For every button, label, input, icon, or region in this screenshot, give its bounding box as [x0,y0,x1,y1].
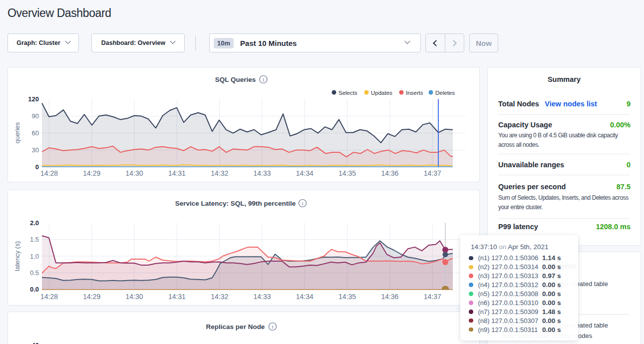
svg-text:i: i [302,200,303,206]
svg-text:14:37: 14:37 [424,169,441,177]
svg-text:14:28: 14:28 [40,293,58,301]
svg-text:14:33: 14:33 [253,169,271,177]
svg-text:Updates: Updates [371,90,392,96]
svg-text:90: 90 [32,112,39,120]
svg-text:Inserts: Inserts [406,90,423,96]
svg-text:SQL Queries: SQL Queries [215,76,256,83]
svg-text:1.5: 1.5 [30,236,39,243]
svg-text:14:35: 14:35 [338,293,356,301]
svg-text:Deletes: Deletes [435,90,455,96]
svg-text:latency (s): latency (s) [13,241,21,271]
svg-text:14:30: 14:30 [126,293,143,301]
svg-text:60: 60 [32,129,39,137]
svg-text:0.0: 0.0 [30,286,39,293]
svg-text:14:34: 14:34 [296,169,314,177]
svg-text:i: i [272,324,273,330]
svg-text:14:36: 14:36 [381,293,398,301]
svg-text:14:29: 14:29 [83,169,100,177]
svg-text:Selects: Selects [338,90,357,96]
svg-text:14:34: 14:34 [296,293,314,301]
svg-text:14:30: 14:30 [126,169,143,177]
svg-text:2.0: 2.0 [30,219,39,227]
svg-text:1.0: 1.0 [30,253,39,260]
svg-text:queries: queries [13,122,21,143]
svg-text:0.5: 0.5 [30,269,39,277]
svg-text:14:32: 14:32 [211,169,228,177]
svg-text:14:28: 14:28 [40,169,58,177]
svg-text:0: 0 [35,163,39,171]
svg-text:14:31: 14:31 [168,293,186,301]
svg-text:40: 40 [32,342,39,344]
svg-text:14:29: 14:29 [83,293,100,301]
svg-text:30: 30 [32,146,39,154]
svg-text:14:31: 14:31 [168,169,186,177]
svg-text:120: 120 [28,95,39,103]
svg-text:14:33: 14:33 [253,293,271,301]
svg-text:Replicas per Node: Replicas per Node [206,323,265,331]
svg-text:Service Latency: SQL, 99th per: Service Latency: SQL, 99th percentile [175,200,296,207]
svg-text:14:36: 14:36 [381,169,398,177]
svg-text:i: i [263,76,264,82]
svg-text:14:35: 14:35 [338,169,356,177]
svg-text:14:32: 14:32 [211,293,228,301]
svg-text:14:37: 14:37 [424,293,441,301]
